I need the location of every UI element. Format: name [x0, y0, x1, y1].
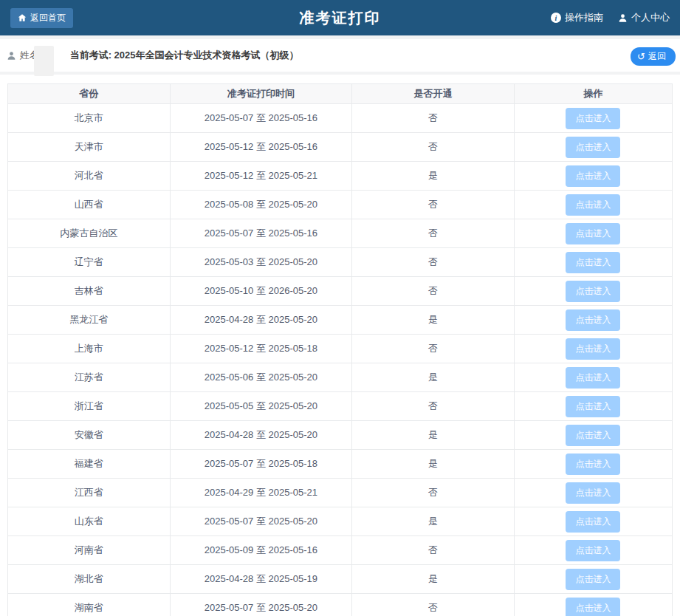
period-cell: 2025-04-28 至 2025-05-19 — [170, 565, 352, 594]
enter-button[interactable]: 点击进入 — [566, 108, 620, 129]
info-icon: i — [551, 13, 561, 23]
action-cell: 点击进入 — [514, 507, 672, 536]
table-row: 浙江省2025-05-05 至 2025-05-20否点击进入 — [8, 392, 673, 421]
back-button[interactable]: ↺ 返回 — [631, 47, 676, 66]
col-header-province: 省份 — [8, 84, 171, 104]
profile-label: 个人中心 — [631, 11, 670, 24]
period-cell: 2025-05-07 至 2025-05-16 — [170, 219, 352, 248]
province-cell: 湖南省 — [8, 594, 171, 616]
action-cell: 点击进入 — [514, 363, 672, 392]
current-exam-text: 当前考试: 2025年全国会计专业技术资格考试（初级） — [70, 49, 299, 62]
province-cell: 江苏省 — [8, 363, 171, 392]
table-row: 安徽省2025-04-28 至 2025-05-20是点击进入 — [8, 421, 673, 450]
action-cell: 点击进入 — [514, 536, 672, 565]
open-status-cell: 否 — [352, 536, 515, 565]
table-row: 湖南省2025-05-07 至 2025-05-20否点击进入 — [8, 594, 673, 616]
action-cell: 点击进入 — [514, 104, 672, 133]
action-cell: 点击进入 — [514, 306, 672, 335]
enter-button[interactable]: 点击进入 — [566, 598, 620, 616]
province-cell: 吉林省 — [8, 277, 171, 306]
action-cell: 点击进入 — [514, 565, 672, 594]
enter-button[interactable]: 点击进入 — [566, 281, 620, 302]
guide-link[interactable]: i 操作指南 — [551, 11, 603, 24]
action-cell: 点击进入 — [514, 450, 672, 479]
table-row: 福建省2025-05-07 至 2025-05-18是点击进入 — [8, 450, 673, 479]
open-status-cell: 否 — [352, 219, 515, 248]
period-cell: 2025-05-06 至 2025-05-20 — [170, 363, 352, 392]
enter-button[interactable]: 点击进入 — [566, 396, 620, 417]
province-cell: 天津市 — [8, 133, 171, 162]
enter-button[interactable]: 点击进入 — [566, 569, 620, 590]
enter-button[interactable]: 点击进入 — [566, 511, 620, 533]
table-row: 内蒙古自治区2025-05-07 至 2025-05-16否点击进入 — [8, 219, 673, 248]
period-cell: 2025-05-07 至 2025-05-18 — [170, 450, 352, 479]
table-row: 河南省2025-05-09 至 2025-05-16否点击进入 — [8, 536, 673, 565]
province-cell: 山西省 — [8, 191, 171, 219]
period-cell: 2025-05-12 至 2025-05-16 — [170, 133, 352, 162]
table-row: 山东省2025-05-07 至 2025-05-20是点击进入 — [8, 507, 673, 536]
action-cell: 点击进入 — [514, 479, 672, 507]
province-cell: 黑龙江省 — [8, 306, 171, 335]
period-cell: 2025-05-07 至 2025-05-20 — [170, 594, 352, 616]
period-cell: 2025-04-28 至 2025-05-20 — [170, 421, 352, 450]
open-status-cell: 否 — [352, 594, 515, 616]
enter-button[interactable]: 点击进入 — [566, 482, 620, 504]
action-cell: 点击进入 — [514, 335, 672, 363]
profile-link[interactable]: 个人中心 — [618, 11, 670, 24]
table-row: 河北省2025-05-12 至 2025-05-21是点击进入 — [8, 162, 673, 191]
action-cell: 点击进入 — [514, 594, 672, 616]
province-table-wrap: 省份 准考证打印时间 是否开通 操作 北京市2025-05-07 至 2025-… — [7, 83, 673, 616]
action-cell: 点击进入 — [514, 421, 672, 450]
period-cell: 2025-05-08 至 2025-05-20 — [170, 191, 352, 219]
open-status-cell: 是 — [352, 450, 515, 479]
col-header-open: 是否开通 — [352, 84, 515, 104]
person-icon — [618, 13, 628, 23]
province-cell: 内蒙古自治区 — [8, 219, 171, 248]
guide-label: 操作指南 — [565, 11, 603, 24]
table-row: 辽宁省2025-05-03 至 2025-05-20否点击进入 — [8, 248, 673, 277]
top-links: i 操作指南 个人中心 — [551, 11, 670, 24]
table-row: 上海市2025-05-12 至 2025-05-18否点击进入 — [8, 335, 673, 363]
enter-button[interactable]: 点击进入 — [566, 165, 620, 187]
back-label: 返回 — [648, 50, 666, 63]
enter-button[interactable]: 点击进入 — [566, 540, 620, 561]
enter-button[interactable]: 点击进入 — [566, 338, 620, 360]
enter-button[interactable]: 点击进入 — [566, 454, 620, 475]
enter-button[interactable]: 点击进入 — [566, 367, 620, 389]
open-status-cell: 是 — [352, 306, 515, 335]
province-cell: 江西省 — [8, 479, 171, 507]
table-row: 黑龙江省2025-04-28 至 2025-05-20是点击进入 — [8, 306, 673, 335]
province-cell: 湖北省 — [8, 565, 171, 594]
table-row: 北京市2025-05-07 至 2025-05-16否点击进入 — [8, 104, 673, 133]
province-table: 省份 准考证打印时间 是否开通 操作 北京市2025-05-07 至 2025-… — [7, 83, 673, 616]
refresh-icon: ↺ — [637, 52, 645, 61]
province-cell: 山东省 — [8, 507, 171, 536]
table-row: 天津市2025-05-12 至 2025-05-16否点击进入 — [8, 133, 673, 162]
province-cell: 河南省 — [8, 536, 171, 565]
enter-button[interactable]: 点击进入 — [566, 137, 620, 158]
page: 返回首页 准考证打印 i 操作指南 个人中心 姓名: 当前考试: 2025年全国… — [0, 0, 680, 616]
enter-button[interactable]: 点击进入 — [566, 252, 620, 273]
period-cell: 2025-05-09 至 2025-05-16 — [170, 536, 352, 565]
action-cell: 点击进入 — [514, 219, 672, 248]
open-status-cell: 是 — [352, 507, 515, 536]
back-home-button[interactable]: 返回首页 — [10, 8, 73, 28]
open-status-cell: 是 — [352, 421, 515, 450]
period-cell: 2025-05-12 至 2025-05-18 — [170, 335, 352, 363]
enter-button[interactable]: 点击进入 — [566, 194, 620, 216]
province-cell: 安徽省 — [8, 421, 171, 450]
home-icon — [18, 13, 27, 22]
enter-button[interactable]: 点击进入 — [566, 223, 620, 244]
action-cell: 点击进入 — [514, 248, 672, 277]
province-cell: 浙江省 — [8, 392, 171, 421]
col-header-period: 准考证打印时间 — [170, 84, 352, 104]
back-home-label: 返回首页 — [30, 12, 66, 24]
enter-button[interactable]: 点击进入 — [566, 309, 620, 331]
action-cell: 点击进入 — [514, 162, 672, 191]
open-status-cell: 否 — [352, 191, 515, 219]
period-cell: 2025-04-29 至 2025-05-21 — [170, 479, 352, 507]
table-row: 山西省2025-05-08 至 2025-05-20否点击进入 — [8, 191, 673, 219]
open-status-cell: 否 — [352, 133, 515, 162]
enter-button[interactable]: 点击进入 — [566, 425, 620, 446]
table-header-row: 省份 准考证打印时间 是否开通 操作 — [8, 84, 673, 104]
